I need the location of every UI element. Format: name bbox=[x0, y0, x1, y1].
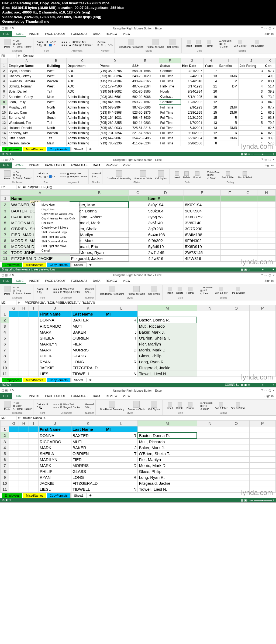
cell[interactable]: FITZGERALD bbox=[71, 480, 105, 486]
cell[interactable]: (393) 813-8394 bbox=[98, 74, 131, 79]
cell[interactable]: 3y6g7y2 bbox=[147, 214, 184, 220]
cell[interactable]: Fitzgerald, Jackie bbox=[138, 480, 197, 486]
sheet-tab[interactable]: Employees bbox=[2, 147, 22, 151]
cell[interactable]: R bbox=[105, 432, 138, 439]
cell[interactable]: J bbox=[105, 445, 138, 450]
cell[interactable]: Full Time bbox=[159, 110, 181, 115]
cell[interactable]: 93,8 bbox=[264, 115, 275, 120]
cell[interactable]: Full Time bbox=[159, 126, 181, 131]
cell[interactable]: TIDWELL bbox=[71, 371, 105, 377]
cell[interactable]: (719) 583-2994 bbox=[98, 105, 131, 110]
cell[interactable]: J bbox=[105, 329, 138, 335]
cell[interactable]: MORRIS bbox=[71, 347, 105, 353]
cell[interactable]: 13 bbox=[203, 120, 218, 126]
col-header[interactable]: H bbox=[203, 58, 218, 63]
format-button[interactable]: Format bbox=[204, 39, 214, 48]
cell[interactable]: R bbox=[105, 359, 138, 365]
cell[interactable] bbox=[218, 94, 238, 100]
context-menu-item[interactable]: Copy Here bbox=[35, 207, 79, 212]
format-table-button[interactable]: Format as Table bbox=[146, 38, 165, 49]
cell[interactable]: 5/4/2001 bbox=[181, 126, 203, 131]
cell[interactable]: 82,3 bbox=[264, 131, 275, 136]
cell[interactable]: (719) 785-2236 bbox=[98, 141, 131, 146]
cell[interactable]: West bbox=[46, 74, 66, 79]
context-menu-item[interactable]: Copy Here as Values Only bbox=[35, 212, 79, 216]
cell[interactable]: FIER bbox=[71, 456, 105, 462]
cell[interactable]: 482-14-9803 bbox=[131, 120, 159, 126]
cell[interactable]: 7 bbox=[203, 69, 218, 74]
number-format[interactable]: General bbox=[98, 41, 113, 43]
cell[interactable]: O'Brien, Sheila T. bbox=[138, 450, 197, 456]
align-buttons2[interactable]: ≡ ≡ ≡ ⇄ bbox=[61, 44, 71, 46]
cell[interactable]: Leon, Emily bbox=[8, 99, 46, 105]
cell[interactable]: DMR bbox=[218, 74, 238, 79]
cell[interactable]: 79,2 bbox=[264, 120, 275, 126]
cell[interactable]: 682-92-6066 bbox=[131, 94, 159, 100]
cell[interactable]: FIER bbox=[71, 341, 105, 347]
cell[interactable]: 66,9 bbox=[264, 110, 275, 115]
clear-button[interactable]: ◇ Clear bbox=[219, 45, 232, 48]
cell[interactable]: 2w7s145 bbox=[147, 249, 184, 255]
cell[interactable]: Glass, Philip bbox=[138, 353, 197, 359]
cell[interactable]: 15 bbox=[203, 115, 218, 120]
cell[interactable]: GLASS bbox=[71, 468, 105, 474]
cell[interactable]: N bbox=[105, 486, 138, 492]
paste-button[interactable]: Paste bbox=[3, 38, 12, 49]
cell[interactable]: Muti, Riccardo bbox=[138, 323, 197, 329]
cell[interactable]: 8k0y194 bbox=[147, 202, 184, 208]
cell[interactable]: Watson bbox=[46, 131, 66, 136]
cell[interactable]: Full Time bbox=[159, 131, 181, 136]
cell[interactable]: 2 bbox=[239, 79, 264, 84]
cell[interactable]: DONNA bbox=[39, 317, 71, 323]
cell[interactable] bbox=[105, 439, 138, 445]
cell[interactable]: D bbox=[105, 347, 138, 353]
cell[interactable]: Half-Time bbox=[159, 84, 181, 89]
cell[interactable]: RYAN bbox=[39, 359, 71, 365]
fx-icon[interactable]: fx bbox=[16, 54, 22, 57]
cell[interactable]: 1 bbox=[239, 74, 264, 79]
font-size[interactable]: 11 bbox=[46, 41, 48, 43]
cell[interactable]: 3v6f140 bbox=[147, 220, 184, 226]
col-header[interactable]: G bbox=[181, 58, 203, 63]
tab-pagelayout[interactable]: PAGE LAYOUT bbox=[42, 31, 68, 37]
cell[interactable]: FITZGERALD, JACKIE bbox=[10, 255, 70, 261]
cell[interactable] bbox=[105, 468, 138, 474]
col-header[interactable]: K bbox=[264, 58, 275, 63]
context-menu-item[interactable]: Create Hyperlink Here bbox=[35, 225, 79, 230]
cell[interactable]: North bbox=[46, 110, 66, 115]
cell[interactable]: JACKIE bbox=[39, 480, 71, 486]
cell[interactable]: MORRIS bbox=[71, 462, 105, 468]
context-menu-item[interactable]: Copy Here as Formats Only bbox=[35, 216, 79, 221]
cell[interactable] bbox=[105, 456, 138, 462]
cell[interactable]: Fier, Marilyn bbox=[138, 456, 197, 462]
cell[interactable]: Baker, Mark J. bbox=[138, 445, 197, 450]
cell[interactable]: 3 bbox=[239, 99, 264, 105]
new-sheet-button[interactable]: ⊕ bbox=[87, 147, 94, 151]
cell[interactable]: GLASS bbox=[71, 353, 105, 359]
col-header[interactable]: B bbox=[46, 58, 66, 63]
wrap-text-button[interactable]: ▦ Wrap Text bbox=[73, 41, 92, 43]
cell[interactable]: RICCARDO bbox=[39, 439, 71, 445]
font-name[interactable]: Calibri bbox=[37, 41, 44, 43]
cell[interactable]: Full Time bbox=[159, 105, 181, 110]
max-icon[interactable]: ▢ bbox=[268, 27, 271, 30]
cell[interactable]: R bbox=[218, 115, 238, 120]
tab-insert[interactable]: INSERT bbox=[26, 31, 42, 37]
cell[interactable]: D bbox=[105, 462, 138, 468]
cut-button[interactable]: ✂ Cut bbox=[13, 39, 32, 42]
cell[interactable]: BAKER bbox=[71, 329, 105, 335]
cell[interactable]: LIESL bbox=[39, 371, 71, 377]
cell[interactable]: Admin Training bbox=[66, 136, 98, 141]
cell[interactable]: R bbox=[218, 131, 238, 136]
cell[interactable]: 13 bbox=[203, 74, 218, 79]
col-header[interactable]: D bbox=[98, 58, 131, 63]
cell[interactable]: RICCARDO bbox=[39, 323, 71, 329]
cell[interactable]: 9F9H302 bbox=[184, 238, 220, 243]
cell[interactable]: ADC bbox=[66, 89, 98, 94]
cell[interactable]: 4I2W316 bbox=[184, 255, 220, 261]
cell[interactable]: 33,8 bbox=[264, 136, 275, 141]
cell[interactable]: 9/9/1993 bbox=[181, 105, 203, 110]
cell[interactable]: 4i2w316 bbox=[147, 255, 184, 261]
cell[interactable]: 3 bbox=[239, 89, 264, 94]
cell[interactable]: MARK bbox=[39, 347, 71, 353]
